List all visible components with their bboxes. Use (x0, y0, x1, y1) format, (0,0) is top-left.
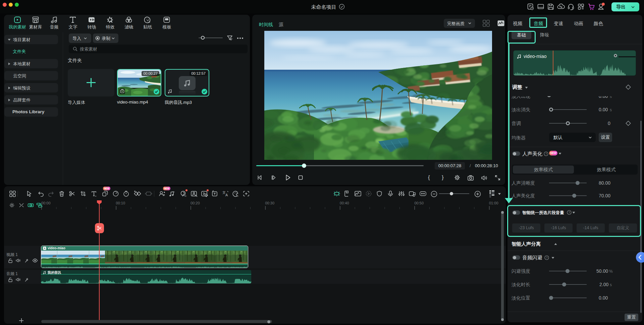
svg-text:00:50: 00:50 (415, 201, 424, 205)
svg-text:00:10: 00:10 (116, 201, 125, 205)
svg-text:00:40: 00:40 (340, 201, 349, 205)
svg-text:A: A (225, 193, 228, 197)
svg-text:00:30: 00:30 (265, 201, 275, 205)
svg-text:00:20: 00:20 (191, 201, 200, 205)
svg-text:AI: AI (236, 195, 238, 197)
svg-text:?: ? (546, 256, 548, 259)
svg-text:AI: AI (184, 195, 186, 197)
svg-text:?: ? (545, 152, 547, 155)
svg-text:00:00: 00:00 (41, 201, 51, 205)
svg-text:01:00: 01:00 (489, 201, 498, 205)
